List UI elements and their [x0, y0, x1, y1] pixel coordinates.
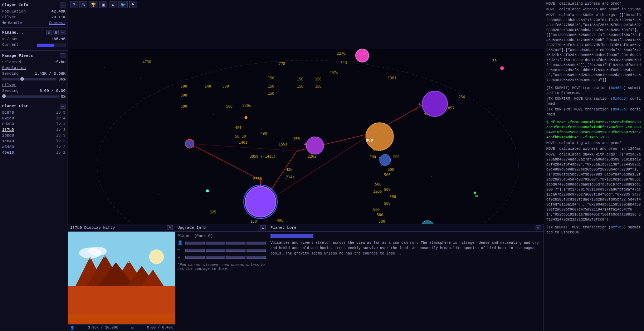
svg-point-10	[395, 122, 395, 122]
pop-slider[interactable]	[2, 78, 56, 80]
toolbar-help-btn[interactable]: ?	[70, 1, 78, 8]
svg-text:150: 150	[268, 76, 274, 80]
upgrade-bar-2	[206, 242, 225, 244]
toolbar-flag-btn[interactable]: ⚑	[129, 1, 137, 8]
log-entry: $ df move -from 00001f7b02c97c65ec9fbf03…	[546, 120, 642, 140]
planet-list-item[interactable]: 8d380 lv 4	[2, 121, 65, 127]
thumb-stats: 👤 3.96K / 10.00K ✉ 0.00 / 6.40K	[68, 324, 175, 331]
planet-thumb-header: 1f7b0 Display Nifty ✎	[68, 224, 175, 232]
planet-level: lv 3	[56, 133, 65, 138]
planet-name: 8d380	[2, 122, 14, 126]
fleets-collapse-btn[interactable]: —	[60, 53, 65, 58]
log-entry: MOVE: calculated witness and proof in 12…	[546, 147, 642, 152]
selected-label: Selected	[2, 60, 21, 64]
svg-text:500: 500	[384, 188, 390, 192]
svg-text:481: 481	[235, 126, 241, 130]
planet-list-item[interactable]: a8480 lv 2	[2, 144, 65, 150]
population-value: 42.40K	[51, 9, 65, 14]
svg-text:900: 900	[366, 138, 373, 143]
upgrade-range-bars	[185, 256, 266, 259]
svg-point-101	[366, 123, 394, 150]
upgrade-quote: "Man cannot discover new oceans unless h…	[177, 263, 266, 271]
lore-edit-btn[interactable]: ✎	[536, 225, 541, 230]
mining-collapse-btn[interactable]: —	[60, 30, 65, 35]
upgrade-row-pop: 👤	[177, 240, 266, 246]
toolbar-edit-btn[interactable]: ✎	[79, 1, 87, 8]
mining-title: Mining...	[2, 30, 23, 35]
mining-pause-btn[interactable]: ⏸	[53, 30, 59, 35]
planet-list-item[interactable]: 1c640 lv 3	[2, 138, 65, 144]
handle-label: Handle	[8, 21, 22, 25]
upgrade-upload-btn[interactable]: ▲	[260, 225, 266, 230]
tx-link[interactable]: 0xf7e6	[611, 226, 624, 229]
planet-list-item[interactable]: 1f7b0 lv 3	[2, 127, 65, 133]
sending-silver-label: Sending	[2, 89, 19, 93]
planet-list-item[interactable]: 49e10 lv 2	[2, 150, 65, 155]
svg-text:50 50: 50 50	[235, 134, 246, 138]
upgrade-bar-7	[226, 249, 245, 252]
svg-text:500: 500	[375, 182, 381, 186]
svg-text:500: 500	[181, 93, 187, 97]
planet-list-collapse-btn[interactable]: —	[60, 104, 65, 109]
svg-text:150: 150	[297, 84, 303, 88]
mining-target-btn[interactable]: ⊕	[46, 30, 52, 35]
planet-level: lv 4	[56, 122, 65, 126]
planet-thumb-section: 1f7b0 Display Nifty ✎	[68, 224, 175, 331]
population-section-header[interactable]: Population	[2, 65, 65, 71]
svg-point-7	[122, 122, 123, 122]
svg-point-1	[104, 67, 104, 68]
sending-silver-pct: 0%	[61, 94, 65, 99]
silver-section-header[interactable]: Silver	[2, 82, 65, 88]
svg-text:500: 500	[226, 104, 233, 108]
log-entry: [TX SUBMIT] MOVE transaction (0xf7e6) su…	[546, 225, 642, 235]
lore-progress-bar	[270, 234, 313, 238]
planet-list-item[interactable]: 2bbd0 lv 3	[2, 133, 65, 138]
upgrade-bar-12	[247, 256, 266, 259]
toolbar-trophy-btn[interactable]: 🏆	[89, 1, 98, 8]
svg-point-15	[504, 158, 504, 158]
main-area: ? ✎ 🏆 ▣ ▲ 🐦 ⚑	[68, 0, 544, 331]
silver-label: Silver	[2, 15, 16, 19]
svg-text:543: 543	[340, 61, 347, 65]
svg-text:1401: 1401	[239, 140, 247, 144]
player-info-section: Player Info — Population 42.40K Silver 2…	[0, 0, 68, 28]
log-panel: MOVE: calculating witness and proofMOVE:…	[544, 0, 644, 331]
svg-point-5	[358, 71, 359, 71]
player-info-collapse[interactable]: —	[60, 3, 65, 8]
svg-point-9	[322, 104, 322, 104]
tx-link[interactable]: 0x468b	[611, 86, 624, 90]
toolbar-upload-btn[interactable]: ▲	[109, 1, 117, 8]
silver-slider[interactable]	[2, 95, 59, 98]
sending-silver-value: 0.00 / 0.00	[39, 89, 65, 93]
lore-text: Volcanoes and rivers stretch across the …	[270, 240, 541, 256]
svg-text:214s: 214s	[286, 175, 294, 179]
svg-text:150: 150	[250, 219, 257, 223]
hash-per-sec-value: 465.45	[51, 37, 65, 41]
toolbar-grid-btn[interactable]: ▣	[99, 1, 107, 8]
tx-link[interactable]: 0x4dcd	[613, 97, 626, 101]
svg-text:500: 500	[379, 219, 385, 223]
planet-name: 2bbd0	[2, 133, 14, 138]
lore-content: Volcanoes and rivers stretch across the …	[268, 232, 543, 331]
upgrade-title: Upgrade Info	[177, 226, 206, 230]
log-entry: MOVE: calculating witness and proof	[546, 1, 642, 6]
svg-text:150: 150	[268, 84, 274, 88]
handle-connect-link[interactable]: Connect	[49, 21, 65, 25]
log-entry: MOVE: calculated SNARK with args: [["0x2…	[546, 152, 642, 222]
planet-name: 1f7b0	[2, 128, 14, 132]
mining-section: Mining... ⊕ ⏸ — # / sec 465.45 Current	[0, 28, 68, 51]
svg-point-14	[431, 176, 431, 177]
current-progress-bar	[37, 44, 65, 47]
upgrade-header: Upgrade Info ▲	[175, 224, 268, 232]
planet-list-item[interactable]: 9c9f0 lv 5	[2, 110, 65, 115]
current-label: Current	[2, 43, 19, 48]
svg-point-11	[86, 176, 86, 177]
planet-list-item[interactable]: 092e0 lv 4	[2, 115, 65, 121]
svg-text:150: 150	[268, 92, 274, 95]
svg-text:500: 500	[393, 155, 400, 159]
svg-point-106	[422, 91, 448, 117]
log-entry: [TX SUBMIT] MOVE transaction (0x468b) su…	[546, 86, 642, 96]
planet-thumb-edit-btn[interactable]: ✎	[167, 225, 173, 230]
tx-link[interactable]: 0x468b	[613, 108, 626, 112]
toolbar-twitter-btn[interactable]: 🐦	[118, 1, 128, 8]
